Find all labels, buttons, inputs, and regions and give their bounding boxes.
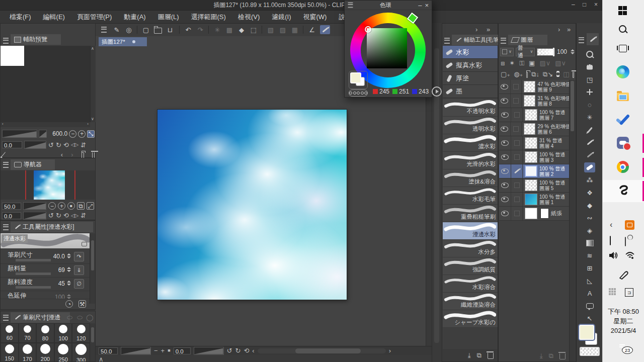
navigator-thumbnail[interactable] [34, 170, 65, 200]
preset-filter-icon[interactable]: ⬭ [67, 314, 72, 321]
panel-fwd-icon[interactable]: › [558, 26, 560, 33]
redo-icon[interactable]: ↷ [195, 25, 205, 34]
clip-at-layer-icon[interactable]: ⧈ [501, 60, 505, 66]
tool-eraser[interactable]: ◆ [584, 200, 595, 210]
set-as-draft-icon[interactable]: ▨∨ [539, 60, 550, 66]
eye-icon[interactable] [501, 154, 509, 160]
tray-app-icon[interactable] [625, 220, 634, 230]
layer-thumbnail[interactable] [525, 179, 537, 191]
dialog-minimize-icon[interactable]: – [418, 2, 422, 9]
ime-language-icon[interactable] [609, 288, 617, 296]
menu-view[interactable]: 檢視(V) [232, 11, 265, 24]
layer-row[interactable]: 47 % 色彩增值圖層 9 [499, 80, 571, 94]
brush-item[interactable]: 纖維湮染溶合 [443, 293, 498, 310]
scroll-up-icon[interactable]: ∧ [91, 47, 94, 51]
brush-item[interactable]: 濃水彩 [443, 134, 498, 152]
blend-mode-dropdown[interactable]: 普通∨ [516, 48, 535, 56]
canvas-hscroll-thumb[interactable] [295, 348, 361, 353]
layer-row[interactable]: 31 % 色彩增值圖層 8 [499, 94, 571, 108]
property-slider[interactable] [16, 273, 51, 275]
subtool-group-real-watercolor[interactable]: 擬真水彩 [443, 59, 498, 72]
subview-zoom-value[interactable]: 600.0 [48, 130, 67, 137]
tool-correct-line[interactable]: ↖ [584, 313, 595, 323]
mask-view-icon[interactable]: ◫ [563, 71, 569, 77]
color-wheel-header[interactable]: 色環 – × [345, 1, 432, 10]
ime-mode-icon[interactable]: ⊐ [625, 288, 633, 297]
canvas-image[interactable] [157, 110, 347, 300]
menu-edit[interactable]: 編輯(E) [38, 11, 70, 24]
reference-icon[interactable]: ▨ [278, 25, 288, 34]
scroll-thumb[interactable] [571, 81, 574, 131]
layer-thumbnail[interactable] [525, 165, 537, 177]
dialog-close-icon[interactable]: × [425, 2, 429, 9]
subtool-group-thick-paint[interactable]: 厚塗 [443, 72, 498, 85]
dialog-menu-icon[interactable] [348, 3, 353, 8]
size-preset[interactable]: 80 [36, 323, 54, 343]
tool-auto-select[interactable]: ✳ [584, 112, 595, 122]
eye-icon[interactable] [501, 211, 509, 216]
eye-icon[interactable] [501, 197, 509, 202]
wrench-icon[interactable]: ⚒ [78, 300, 86, 308]
brush-item[interactable]: 水彩毛筆 [443, 187, 498, 205]
palette-color-dropdown[interactable]: ∨ [500, 48, 514, 56]
fit-screen-button[interactable]: ⤡ [87, 130, 95, 138]
subview-reference-image[interactable] [1, 46, 24, 66]
snap-ruler-icon[interactable]: ∠ [307, 25, 317, 34]
layer-color-icon[interactable]: ▧∨ [555, 60, 566, 66]
hscroll-right-icon[interactable]: › [389, 347, 391, 354]
opacity-slider[interactable] [537, 48, 555, 56]
canvas-zoom-value[interactable]: 50.0 [99, 347, 118, 354]
navigator-zoom-slider[interactable] [23, 202, 46, 210]
layer-thumbnail[interactable] [524, 95, 536, 107]
property-slider[interactable] [16, 259, 51, 261]
pen-pressure-button[interactable]: ↷ [74, 252, 84, 261]
lock-layer-icon[interactable]: ⚿ [519, 60, 524, 66]
eye-icon[interactable] [501, 168, 509, 174]
crop-icon[interactable]: ⬚ [249, 25, 259, 34]
checkbox-icon[interactable] [513, 84, 519, 89]
rotate-right-icon[interactable]: ↻ [235, 347, 241, 354]
brush-item[interactable]: 不透明水彩 [443, 99, 498, 117]
lock-icon[interactable] [82, 242, 87, 246]
rotate-left-icon[interactable]: ↺ [48, 212, 54, 219]
brush-item[interactable]: 重疊粗糙筆刷 [443, 205, 498, 222]
chrome-item[interactable] [603, 161, 642, 173]
checkbox-icon[interactable] [513, 126, 519, 132]
brush-size-scrollbar[interactable] [90, 323, 95, 362]
wifi-tray-icon[interactable] [625, 251, 635, 261]
size-preset[interactable]: 250 [54, 343, 72, 362]
scroll-thumb[interactable] [91, 240, 94, 270]
flip-vertical-icon[interactable]: ⇵ [80, 212, 86, 219]
start-button[interactable] [603, 6, 642, 15]
checkbox-icon[interactable] [514, 183, 520, 188]
delete-layer-icon[interactable] [573, 72, 574, 78]
subview-hscrollbar[interactable]: ‹ › [1, 122, 90, 127]
tool-figure[interactable]: ◺ [584, 276, 595, 286]
brush-item[interactable]: 水彩溶合 [443, 275, 498, 293]
eye-icon[interactable] [501, 140, 509, 146]
menu-page[interactable]: 頁面管理(P) [71, 11, 117, 24]
tool-brush[interactable] [584, 162, 595, 172]
stepper-icon[interactable] [67, 281, 71, 286]
opacity-value[interactable]: 100 [557, 48, 567, 55]
import-subtool-icon[interactable]: ⤓ [468, 352, 471, 358]
menu-layer[interactable]: 圖層(L) [152, 11, 185, 24]
tool-property-tab[interactable]: 工具屬性[湮邊水彩] [11, 222, 93, 232]
task-view-button[interactable] [603, 45, 642, 52]
subtool-group-watercolor[interactable]: 水彩 [443, 46, 498, 59]
draft-icon[interactable]: ▦ [290, 25, 300, 34]
edge-taskbar-item[interactable] [603, 65, 642, 78]
deselect-icon[interactable]: ✳ [212, 25, 222, 34]
tool-contour[interactable]: ≋ [584, 250, 595, 260]
layer-row[interactable]: 100 % 普通圖層 1 [499, 193, 571, 207]
tool-lasso[interactable]: ◌ [584, 100, 595, 110]
subtool-group-ink[interactable]: 墨 [443, 85, 498, 98]
brush-item[interactable]: 光滑的水彩 [443, 152, 498, 169]
rotate-right-icon[interactable]: ↻ [56, 142, 61, 148]
subview-tab[interactable]: 輔助預覽 [11, 34, 61, 45]
stepper-icon[interactable] [67, 267, 71, 272]
prev-image-icon[interactable]: ‹ [61, 151, 63, 158]
menu-filter[interactable]: 濾鏡(I) [266, 11, 296, 24]
panel-expand-icon[interactable]: » [567, 26, 571, 33]
property-value[interactable]: 69 [58, 266, 65, 274]
